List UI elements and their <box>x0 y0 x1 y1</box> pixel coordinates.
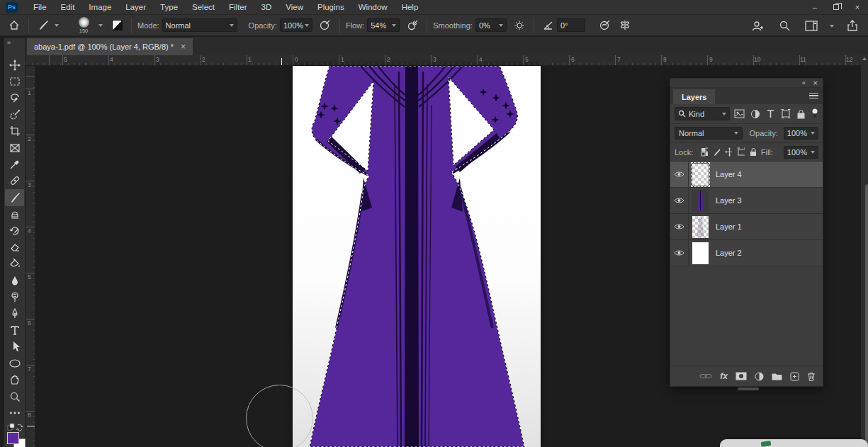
filter-smart-objects-icon[interactable] <box>796 109 806 119</box>
panel-close-button[interactable]: × <box>813 79 818 87</box>
vertical-scrollbar[interactable] <box>861 55 868 447</box>
default-colors-icon[interactable] <box>8 424 14 430</box>
healing-brush-tool[interactable] <box>5 173 24 189</box>
layer-blend-mode-dropdown[interactable]: Normal <box>675 127 743 140</box>
foreground-color-swatch[interactable] <box>7 432 19 444</box>
opacity-dropdown[interactable]: 100% <box>280 18 312 32</box>
layer-thumbnail[interactable] <box>692 242 709 264</box>
minimize-button[interactable]: – <box>804 3 825 11</box>
menu-image[interactable]: Image <box>81 3 118 11</box>
menu-window[interactable]: Window <box>351 3 395 11</box>
filter-kind-dropdown[interactable]: Kind <box>675 107 730 120</box>
layer-row-layer4[interactable]: Layer 4 <box>670 162 823 188</box>
layer-opacity-dropdown[interactable]: 100% <box>784 127 818 140</box>
pen-tool[interactable] <box>5 305 24 322</box>
layer-thumbnail[interactable] <box>692 164 709 186</box>
marquee-tool[interactable] <box>5 73 24 89</box>
filter-shape-layers-icon[interactable] <box>781 109 791 118</box>
close-button[interactable]: × <box>847 3 868 11</box>
paint-symmetry-button[interactable] <box>616 17 633 34</box>
menu-layer[interactable]: Layer <box>118 3 153 11</box>
path-selection-tool[interactable] <box>5 339 24 355</box>
delete-layer-icon[interactable] <box>807 372 816 381</box>
layers-tab[interactable]: Layers <box>673 89 715 104</box>
layer-thumbnail[interactable] <box>692 216 709 238</box>
menu-filter[interactable]: Filter <box>222 3 254 11</box>
scroll-up-icon[interactable] <box>862 57 867 60</box>
frame-tool[interactable] <box>5 140 24 156</box>
lock-position-icon[interactable] <box>725 147 732 157</box>
menu-view[interactable]: View <box>278 3 310 11</box>
add-layer-mask-icon[interactable] <box>735 372 747 380</box>
shape-tool[interactable] <box>5 355 24 371</box>
new-adjustment-layer-icon[interactable] <box>755 372 764 381</box>
visibility-toggle[interactable] <box>670 162 689 187</box>
menu-help[interactable]: Help <box>395 3 426 11</box>
airbrush-button[interactable] <box>404 17 421 34</box>
document-tab[interactable]: abaya-1.pdf @ 100% (Layer 4, RGB/8) * × <box>27 38 193 55</box>
ruler-vertical[interactable]: 12345678 <box>26 66 35 447</box>
share-button[interactable] <box>844 18 861 35</box>
eraser-tool[interactable] <box>5 239 24 255</box>
menu-plugins[interactable]: Plugins <box>310 3 351 11</box>
filter-type-layers-icon[interactable] <box>766 109 775 118</box>
brush-picker-caret-icon[interactable] <box>98 24 103 27</box>
quick-selection-tool[interactable] <box>5 106 24 123</box>
search-button[interactable] <box>776 18 793 35</box>
swap-colors-icon[interactable] <box>16 424 23 431</box>
lock-artboard-icon[interactable] <box>737 147 745 157</box>
history-brush-tool[interactable] <box>5 222 24 239</box>
new-layer-icon[interactable] <box>790 372 799 381</box>
brush-tool[interactable] <box>5 189 24 205</box>
tools-collapse-button[interactable]: » <box>1 39 16 46</box>
ruler-horizontal[interactable]: 543210123456789101112 <box>26 55 868 66</box>
brush-preset-picker[interactable]: 150 <box>74 17 93 34</box>
filter-toggle-icon[interactable] <box>811 108 818 119</box>
blur-tool[interactable] <box>5 272 24 288</box>
panel-resize-grip[interactable] <box>738 387 759 390</box>
flow-dropdown[interactable]: 54% <box>367 18 400 32</box>
zoom-tool[interactable] <box>5 388 24 404</box>
document-canvas[interactable] <box>293 66 541 447</box>
workspace-caret-icon[interactable] <box>830 25 834 28</box>
layer-row-layer2[interactable]: Layer 2 <box>670 240 823 266</box>
layer-name[interactable]: Layer 3 <box>716 196 742 205</box>
clone-stamp-tool[interactable] <box>5 206 24 222</box>
photoshop-logo-icon[interactable]: Ps <box>6 2 18 13</box>
lock-image-pixels-icon[interactable] <box>713 147 720 157</box>
brush-preset-caret-icon[interactable] <box>55 24 59 27</box>
layer-name[interactable]: Layer 2 <box>716 249 742 257</box>
dodge-tool[interactable] <box>5 288 24 305</box>
menu-3d[interactable]: 3D <box>254 3 279 11</box>
document-close-icon[interactable]: × <box>181 42 186 52</box>
home-button[interactable] <box>6 17 23 34</box>
blend-mode-dropdown[interactable]: Normal <box>162 18 237 32</box>
layer-thumbnail[interactable] <box>692 190 709 212</box>
restore-button[interactable] <box>825 3 847 11</box>
gradient-tool[interactable] <box>5 256 24 272</box>
link-layers-icon[interactable] <box>699 373 712 380</box>
smoothing-options-button[interactable] <box>511 17 528 34</box>
layer-row-layer3[interactable]: Layer 3 <box>670 188 823 214</box>
menu-type[interactable]: Type <box>153 3 185 11</box>
brush-settings-panel-toggle[interactable] <box>108 17 125 34</box>
scrollbar-thumb[interactable] <box>865 184 868 446</box>
angle-field[interactable]: 0° <box>557 18 585 32</box>
edit-toolbar-button[interactable] <box>5 404 24 421</box>
lasso-tool[interactable] <box>5 90 24 106</box>
opacity-pressure-button[interactable] <box>317 17 334 34</box>
new-group-icon[interactable] <box>772 372 782 380</box>
visibility-toggle[interactable] <box>670 214 689 239</box>
crop-tool[interactable] <box>5 123 24 140</box>
layer-name[interactable]: Layer 4 <box>716 170 742 179</box>
layer-effects-button[interactable]: fx <box>720 371 728 381</box>
menu-select[interactable]: Select <box>185 3 222 11</box>
filter-pixel-layers-icon[interactable] <box>734 109 745 118</box>
move-tool[interactable] <box>5 57 24 73</box>
lock-all-icon[interactable] <box>750 147 756 157</box>
brush-angle-button[interactable] <box>540 17 557 34</box>
filter-adjustment-layers-icon[interactable] <box>750 109 760 119</box>
visibility-toggle[interactable] <box>670 240 689 266</box>
smoothing-dropdown[interactable]: 0% <box>475 18 507 32</box>
layer-fill-dropdown[interactable]: 100% <box>784 146 818 159</box>
